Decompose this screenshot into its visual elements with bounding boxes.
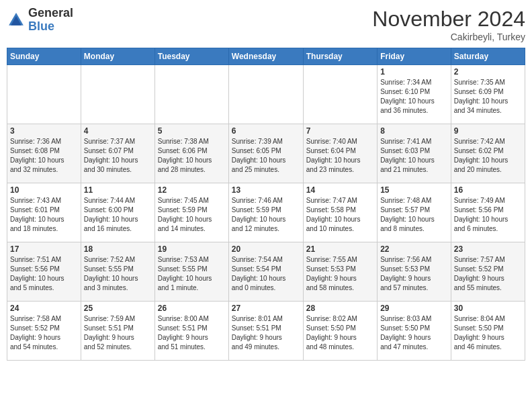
- day-number: 19: [158, 244, 226, 254]
- calendar-table: SundayMondayTuesdayWednesdayThursdayFrid…: [7, 48, 525, 361]
- calendar-cell: 27Sunrise: 8:01 AM Sunset: 5:51 PM Dayli…: [228, 302, 303, 361]
- calendar-cell: 9Sunrise: 7:42 AM Sunset: 6:02 PM Daylig…: [451, 124, 525, 183]
- day-number: 26: [158, 304, 226, 313]
- day-info: Sunrise: 8:01 AM Sunset: 5:51 PM Dayligh…: [232, 314, 300, 352]
- day-info: Sunrise: 7:59 AM Sunset: 5:51 PM Dayligh…: [84, 314, 152, 352]
- calendar-cell: 19Sunrise: 7:53 AM Sunset: 5:55 PM Dayli…: [154, 242, 228, 302]
- day-info: Sunrise: 7:36 AM Sunset: 6:08 PM Dayligh…: [10, 137, 78, 175]
- day-number: 5: [158, 126, 226, 136]
- day-info: Sunrise: 7:37 AM Sunset: 6:07 PM Dayligh…: [84, 137, 152, 175]
- day-number: 20: [232, 244, 300, 254]
- weekday-header-wednesday: Wednesday: [228, 48, 303, 65]
- calendar-cell: [154, 65, 228, 124]
- logo-icon: [7, 11, 26, 30]
- day-number: 8: [380, 126, 448, 136]
- calendar-cell: 3Sunrise: 7:36 AM Sunset: 6:08 PM Daylig…: [7, 124, 81, 183]
- calendar-cell: 20Sunrise: 7:54 AM Sunset: 5:54 PM Dayli…: [228, 242, 303, 302]
- title-block: November 2024 Cakirbeyli, Turkey: [372, 7, 525, 42]
- calendar-cell: 18Sunrise: 7:52 AM Sunset: 5:55 PM Dayli…: [81, 242, 154, 302]
- day-info: Sunrise: 7:52 AM Sunset: 5:55 PM Dayligh…: [84, 255, 152, 293]
- day-info: Sunrise: 7:55 AM Sunset: 5:53 PM Dayligh…: [306, 255, 374, 293]
- calendar-cell: 29Sunrise: 8:03 AM Sunset: 5:50 PM Dayli…: [378, 302, 451, 361]
- day-info: Sunrise: 7:51 AM Sunset: 5:56 PM Dayligh…: [10, 255, 78, 293]
- calendar-cell: 10Sunrise: 7:43 AM Sunset: 6:01 PM Dayli…: [7, 183, 81, 242]
- calendar-cell: 5Sunrise: 7:38 AM Sunset: 6:06 PM Daylig…: [154, 124, 228, 183]
- logo-general-text: General: [28, 7, 73, 20]
- day-info: Sunrise: 7:46 AM Sunset: 5:59 PM Dayligh…: [232, 196, 300, 234]
- day-number: 16: [454, 185, 522, 195]
- day-number: 7: [306, 126, 374, 136]
- calendar-cell: [303, 65, 377, 124]
- calendar-cell: 23Sunrise: 7:57 AM Sunset: 5:52 PM Dayli…: [451, 242, 525, 302]
- day-number: 25: [84, 304, 152, 313]
- day-info: Sunrise: 7:35 AM Sunset: 6:09 PM Dayligh…: [454, 78, 522, 116]
- weekday-header-sunday: Sunday: [7, 48, 81, 65]
- calendar-cell: 15Sunrise: 7:48 AM Sunset: 5:57 PM Dayli…: [378, 183, 451, 242]
- day-number: 24: [10, 304, 78, 313]
- day-number: 27: [232, 304, 300, 313]
- weekday-header-friday: Friday: [378, 48, 451, 65]
- day-info: Sunrise: 7:49 AM Sunset: 5:56 PM Dayligh…: [454, 196, 522, 234]
- day-info: Sunrise: 7:42 AM Sunset: 6:02 PM Dayligh…: [454, 137, 522, 175]
- day-number: 11: [84, 185, 152, 195]
- logo-blue-text: Blue: [28, 20, 73, 34]
- calendar-week-4: 17Sunrise: 7:51 AM Sunset: 5:56 PM Dayli…: [7, 242, 525, 302]
- calendar-week-1: 1Sunrise: 7:34 AM Sunset: 6:10 PM Daylig…: [7, 65, 525, 124]
- calendar-cell: 4Sunrise: 7:37 AM Sunset: 6:07 PM Daylig…: [81, 124, 154, 183]
- day-info: Sunrise: 7:57 AM Sunset: 5:52 PM Dayligh…: [454, 255, 522, 293]
- location-subtitle: Cakirbeyli, Turkey: [372, 32, 525, 42]
- day-info: Sunrise: 7:41 AM Sunset: 6:03 PM Dayligh…: [380, 137, 448, 175]
- day-info: Sunrise: 7:56 AM Sunset: 5:53 PM Dayligh…: [380, 255, 448, 293]
- day-number: 28: [306, 304, 374, 313]
- weekday-header-row: SundayMondayTuesdayWednesdayThursdayFrid…: [7, 48, 525, 65]
- logo: General Blue: [7, 7, 73, 34]
- weekday-header-monday: Monday: [81, 48, 154, 65]
- calendar-cell: [228, 65, 303, 124]
- calendar-cell: [7, 65, 81, 124]
- day-number: 14: [306, 185, 374, 195]
- day-info: Sunrise: 7:45 AM Sunset: 5:59 PM Dayligh…: [158, 196, 226, 234]
- day-number: 9: [454, 126, 522, 136]
- weekday-header-thursday: Thursday: [303, 48, 377, 65]
- day-info: Sunrise: 8:02 AM Sunset: 5:50 PM Dayligh…: [306, 314, 374, 352]
- day-info: Sunrise: 7:40 AM Sunset: 6:04 PM Dayligh…: [306, 137, 374, 175]
- day-info: Sunrise: 8:04 AM Sunset: 5:50 PM Dayligh…: [454, 314, 522, 352]
- calendar-cell: 12Sunrise: 7:45 AM Sunset: 5:59 PM Dayli…: [154, 183, 228, 242]
- weekday-header-tuesday: Tuesday: [154, 48, 228, 65]
- day-info: Sunrise: 7:47 AM Sunset: 5:58 PM Dayligh…: [306, 196, 374, 234]
- page-header: General Blue November 2024 Cakirbeyli, T…: [7, 7, 525, 42]
- calendar-week-5: 24Sunrise: 7:58 AM Sunset: 5:52 PM Dayli…: [7, 302, 525, 361]
- month-title: November 2024: [372, 7, 525, 32]
- day-number: 22: [380, 244, 448, 254]
- day-info: Sunrise: 7:39 AM Sunset: 6:05 PM Dayligh…: [232, 137, 300, 175]
- day-number: 10: [10, 185, 78, 195]
- calendar-cell: 24Sunrise: 7:58 AM Sunset: 5:52 PM Dayli…: [7, 302, 81, 361]
- calendar-week-3: 10Sunrise: 7:43 AM Sunset: 6:01 PM Dayli…: [7, 183, 525, 242]
- day-number: 18: [84, 244, 152, 254]
- day-number: 3: [10, 126, 78, 136]
- calendar-cell: 14Sunrise: 7:47 AM Sunset: 5:58 PM Dayli…: [303, 183, 377, 242]
- day-info: Sunrise: 7:58 AM Sunset: 5:52 PM Dayligh…: [10, 314, 78, 352]
- calendar-cell: 30Sunrise: 8:04 AM Sunset: 5:50 PM Dayli…: [451, 302, 525, 361]
- day-number: 21: [306, 244, 374, 254]
- day-info: Sunrise: 7:48 AM Sunset: 5:57 PM Dayligh…: [380, 196, 448, 234]
- calendar-cell: 17Sunrise: 7:51 AM Sunset: 5:56 PM Dayli…: [7, 242, 81, 302]
- weekday-header-saturday: Saturday: [451, 48, 525, 65]
- day-number: 23: [454, 244, 522, 254]
- calendar-week-2: 3Sunrise: 7:36 AM Sunset: 6:08 PM Daylig…: [7, 124, 525, 183]
- day-info: Sunrise: 8:00 AM Sunset: 5:51 PM Dayligh…: [158, 314, 226, 352]
- day-number: 4: [84, 126, 152, 136]
- day-info: Sunrise: 7:44 AM Sunset: 6:00 PM Dayligh…: [84, 196, 152, 234]
- day-info: Sunrise: 7:34 AM Sunset: 6:10 PM Dayligh…: [380, 78, 448, 116]
- day-number: 13: [232, 185, 300, 195]
- calendar-cell: 1Sunrise: 7:34 AM Sunset: 6:10 PM Daylig…: [378, 65, 451, 124]
- day-number: 6: [232, 126, 300, 136]
- day-number: 30: [454, 304, 522, 313]
- calendar-cell: 11Sunrise: 7:44 AM Sunset: 6:00 PM Dayli…: [81, 183, 154, 242]
- calendar-cell: 21Sunrise: 7:55 AM Sunset: 5:53 PM Dayli…: [303, 242, 377, 302]
- calendar-cell: 7Sunrise: 7:40 AM Sunset: 6:04 PM Daylig…: [303, 124, 377, 183]
- calendar-cell: 16Sunrise: 7:49 AM Sunset: 5:56 PM Dayli…: [451, 183, 525, 242]
- day-info: Sunrise: 7:38 AM Sunset: 6:06 PM Dayligh…: [158, 137, 226, 175]
- calendar-cell: 25Sunrise: 7:59 AM Sunset: 5:51 PM Dayli…: [81, 302, 154, 361]
- calendar-cell: 6Sunrise: 7:39 AM Sunset: 6:05 PM Daylig…: [228, 124, 303, 183]
